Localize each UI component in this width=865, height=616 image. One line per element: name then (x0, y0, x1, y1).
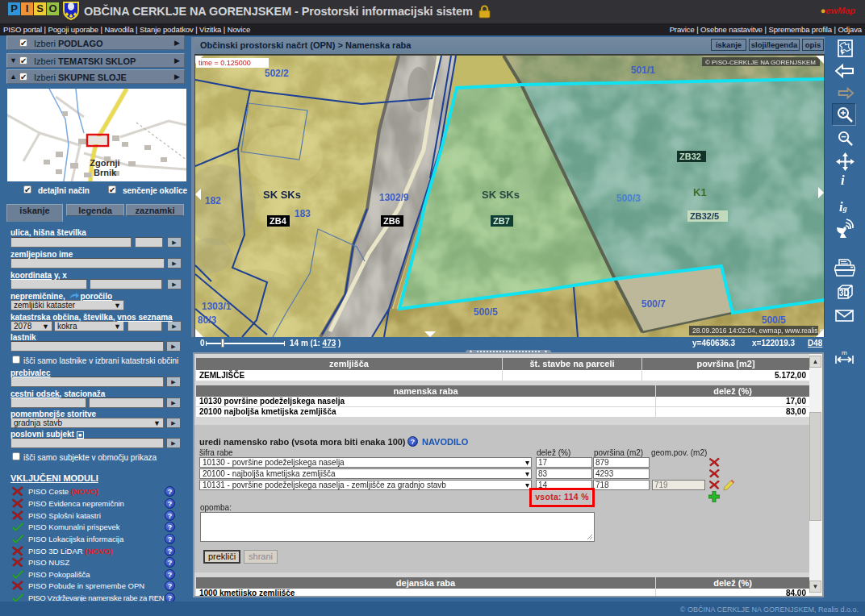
svg-text:Zgornji: Zgornji (90, 158, 119, 168)
svg-text:Brnik: Brnik (94, 168, 117, 177)
svg-text:502/2: 502/2 (265, 68, 289, 79)
svg-text:K1: K1 (693, 186, 707, 198)
svg-text:1302/9: 1302/9 (379, 192, 409, 203)
svg-text:500/5: 500/5 (762, 314, 786, 326)
svg-text:m: m (842, 349, 847, 356)
svg-text:ZB32: ZB32 (679, 152, 701, 161)
svg-text:1303/1: 1303/1 (202, 301, 232, 312)
svg-text:3D: 3D (839, 289, 850, 298)
svg-text:500/5: 500/5 (474, 306, 498, 318)
svg-text:500/3: 500/3 (616, 193, 641, 204)
svg-text:501/1: 501/1 (631, 65, 655, 76)
svg-text:182: 182 (205, 195, 221, 206)
svg-text:80/3: 80/3 (198, 314, 217, 326)
svg-text:183: 183 (295, 208, 311, 219)
svg-text:ZB32/5: ZB32/5 (690, 211, 719, 221)
svg-text:time = 0.125000: time = 0.125000 (198, 59, 251, 67)
svg-text:© PISO-CERKLJE NA GORENJSKEM: © PISO-CERKLJE NA GORENJSKEM (705, 59, 816, 66)
svg-text:ZB7: ZB7 (493, 216, 510, 226)
svg-text:ZB4: ZB4 (270, 216, 287, 226)
svg-text:28.09.2016 14:02:04, ewmap, ww: 28.09.2016 14:02:04, ewmap, www.realis.s… (692, 327, 824, 335)
svg-text:SK SKs: SK SKs (263, 189, 301, 201)
svg-text:SK SKs: SK SKs (482, 189, 520, 201)
svg-text:ZB6: ZB6 (383, 216, 400, 226)
svg-text:500/7: 500/7 (641, 298, 666, 310)
